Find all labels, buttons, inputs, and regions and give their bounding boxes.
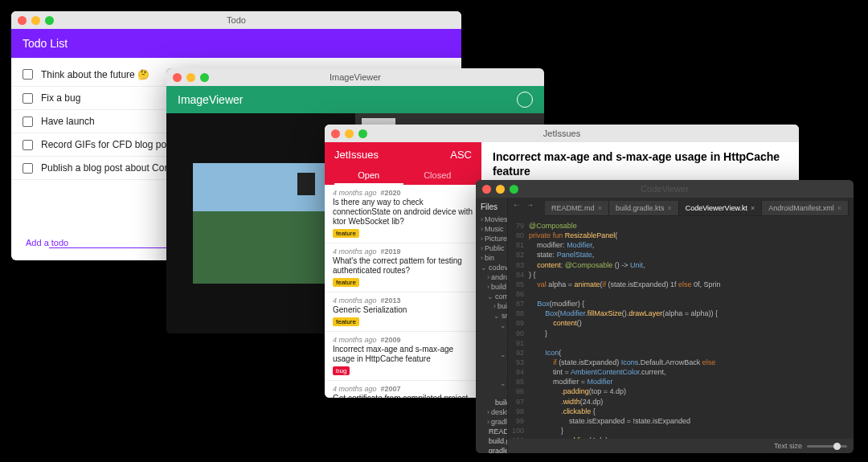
close-tab-icon[interactable]: ×	[667, 204, 671, 212]
close-icon[interactable]	[18, 16, 27, 25]
issue-list-item[interactable]: 4 months ago #2019What's the correct pat…	[325, 243, 481, 292]
chevron-icon: ⌄	[487, 292, 493, 301]
editor-tab[interactable]: README.md×	[545, 201, 609, 215]
close-icon[interactable]	[331, 129, 340, 138]
maximize-icon[interactable]	[45, 16, 54, 25]
window-title: Todo	[11, 15, 461, 25]
nav-back-icon[interactable]: ←	[513, 201, 520, 216]
window-title: CodeViewer	[476, 184, 854, 194]
chevron-icon: ›	[481, 215, 483, 223]
close-icon[interactable]	[482, 185, 491, 194]
window-title: JetIssues	[325, 129, 799, 138]
code-area[interactable]: 79@Composable80private fun ResizablePane…	[508, 219, 854, 439]
close-tab-icon[interactable]: ×	[598, 204, 602, 212]
code-line: 79@Composable	[508, 221, 854, 231]
close-icon[interactable]	[173, 73, 182, 82]
sort-button[interactable]: ASC	[450, 149, 472, 161]
maximize-icon[interactable]	[510, 185, 518, 194]
tree-folder[interactable]: ›android	[479, 272, 504, 282]
tab-closed[interactable]: Closed	[403, 167, 473, 185]
issue-tag: feature	[333, 229, 359, 238]
preview-image[interactable]	[193, 163, 330, 284]
tree-file[interactable]: build.gradle.kts	[479, 436, 504, 446]
tree-header: Files	[479, 202, 504, 211]
titlebar[interactable]: Todo	[11, 11, 461, 29]
tree-file[interactable]: gradle.properties	[479, 446, 504, 453]
refresh-icon[interactable]	[517, 92, 533, 108]
tree-folder[interactable]: ›Music	[479, 224, 504, 234]
editor-tab[interactable]: build.gradle.kts×	[609, 201, 679, 215]
chevron-icon: ›	[487, 273, 489, 281]
todo-text: Fix a bug	[41, 92, 80, 104]
titlebar[interactable]: ImageViewer	[166, 68, 544, 86]
titlebar[interactable]: CodeViewer	[476, 180, 854, 198]
chevron-icon: ⌄	[500, 350, 506, 358]
maximize-icon[interactable]	[200, 73, 209, 82]
checkbox-icon[interactable]	[23, 117, 33, 127]
nav-forward-icon[interactable]: →	[526, 201, 534, 216]
checkbox-icon[interactable]	[23, 69, 33, 80]
maximize-icon[interactable]	[358, 129, 367, 138]
issue-list-item[interactable]: 4 months ago #2013Generic Serializationf…	[325, 292, 481, 332]
code-line: 93 if (state.isExpanded) Icons.Default.A…	[508, 358, 854, 367]
issue-list-item[interactable]: 4 months ago #2007Get certificate from c…	[325, 381, 481, 398]
tree-folder[interactable]: ›desktop	[479, 407, 504, 417]
code-line: 80private fun ResizablePanel(	[508, 231, 854, 240]
header-title: JetIssues	[334, 149, 379, 161]
tree-folder[interactable]: ⌄src	[479, 311, 504, 321]
code-line: 90 }	[508, 329, 854, 338]
tree-file[interactable]: README.md	[479, 427, 504, 436]
tree-folder[interactable]: ⌄commonMain	[479, 350, 504, 359]
tree-folder[interactable]: ›build	[479, 282, 504, 292]
issue-list-item[interactable]: 4 months ago #2020Is there any way to ch…	[325, 185, 481, 243]
close-tab-icon[interactable]: ×	[751, 204, 755, 212]
chevron-icon: ›	[493, 302, 496, 310]
editor-tab[interactable]: CodeViewerView.kt×	[679, 201, 762, 215]
add-todo-placeholder: Add a todo	[23, 238, 72, 247]
checkbox-icon[interactable]	[23, 163, 33, 174]
todo-text: Record GIFs for CFD blog post	[41, 139, 174, 150]
tree-file[interactable]: AndroidManifest.xml	[479, 340, 506, 350]
tab-open[interactable]: Open	[334, 167, 403, 185]
tree-folder[interactable]: ›build	[479, 301, 504, 311]
minimize-icon[interactable]	[186, 73, 195, 82]
tree-folder[interactable]: ⌄common	[479, 292, 504, 301]
text-size-slider[interactable]	[807, 445, 847, 448]
chevron-icon: ⌄	[481, 264, 487, 272]
tree-folder[interactable]: ›kotlin	[479, 359, 506, 369]
code-line: 81 modifier: Modifier,	[508, 240, 854, 250]
tree-folder[interactable]: ›gradle	[479, 417, 504, 427]
chevron-icon: ›	[481, 225, 483, 233]
tree-folder[interactable]: ⌄androidMain	[479, 321, 504, 330]
tree-folder[interactable]: ⌄codeviewer	[479, 263, 504, 272]
tree-folder[interactable]: ›Pictures	[479, 234, 504, 243]
code-line: 82 state: PanelState,	[508, 250, 854, 260]
tree-folder[interactable]: ›kotlin	[479, 388, 506, 398]
tree-file[interactable]: build.gradle.kts	[479, 398, 504, 407]
minimize-icon[interactable]	[345, 129, 354, 138]
chevron-icon: ›	[487, 283, 489, 291]
app-header: Todo List	[11, 29, 461, 58]
chevron-icon: ⌄	[493, 312, 500, 320]
tree-folder[interactable]: ›Movies	[479, 215, 504, 224]
tree-folder[interactable]: ›bin	[479, 253, 504, 263]
chevron-icon: ›	[487, 408, 489, 416]
header-title: Todo List	[23, 37, 68, 50]
tree-folder[interactable]: ›kotlin	[479, 330, 506, 340]
tree-folder[interactable]: ›resources	[479, 369, 506, 378]
editor-tab[interactable]: AndroidManifest.xml×	[762, 201, 849, 215]
minimize-icon[interactable]	[496, 185, 505, 194]
minimize-icon[interactable]	[31, 16, 40, 25]
chevron-icon: ⌄	[500, 379, 506, 387]
tree-folder[interactable]: ›Public	[479, 243, 504, 253]
file-tree[interactable]: Files ›Movies›Music›Pictures›Public›bin⌄…	[476, 198, 508, 453]
checkbox-icon[interactable]	[23, 140, 33, 150]
issue-list-item[interactable]: 4 months ago #2009Incorrect max-age and …	[325, 332, 481, 381]
close-tab-icon[interactable]: ×	[837, 204, 841, 212]
window-title: ImageViewer	[166, 72, 544, 82]
code-line: 84) {	[508, 270, 854, 280]
checkbox-icon[interactable]	[23, 93, 33, 104]
titlebar[interactable]: JetIssues	[325, 125, 799, 142]
window-codeviewer: CodeViewer Files ›Movies›Music›Pictures›…	[476, 180, 854, 453]
tree-folder[interactable]: ⌄jvmMain	[479, 378, 504, 388]
